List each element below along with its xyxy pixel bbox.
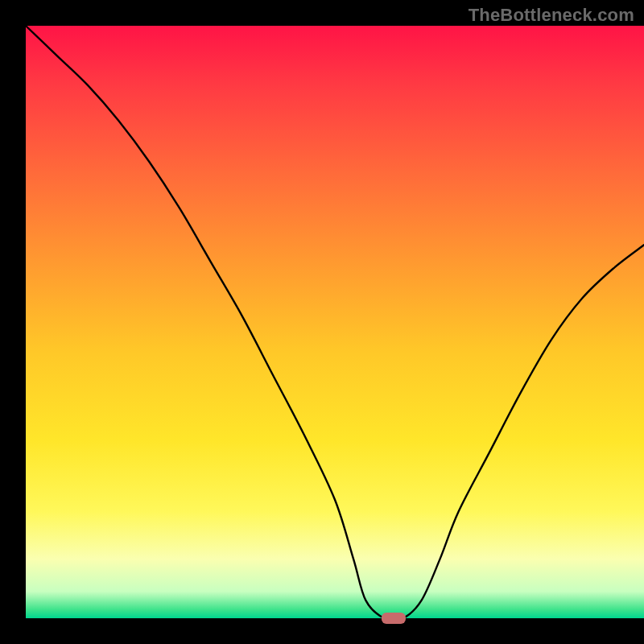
bottleneck-chart: TheBottleneck.com bbox=[0, 0, 644, 644]
chart-plot-area bbox=[26, 26, 644, 618]
chart-svg bbox=[0, 0, 644, 644]
watermark-label: TheBottleneck.com bbox=[469, 5, 634, 26]
optimum-marker bbox=[382, 613, 406, 624]
